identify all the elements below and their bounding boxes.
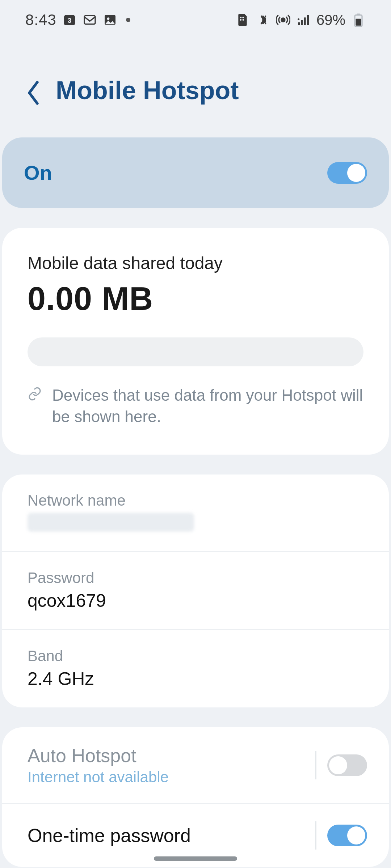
- usage-value: 0.00 MB: [28, 280, 363, 318]
- svg-rect-11: [301, 20, 303, 25]
- hotspot-master-toggle-row[interactable]: On: [2, 137, 389, 208]
- battery-icon: [351, 13, 366, 27]
- network-name-row[interactable]: Network name: [2, 475, 389, 552]
- hotspot-toggle-switch[interactable]: [327, 162, 367, 184]
- hotspot-icon: [276, 13, 290, 27]
- auto-hotspot-subtitle: Internet not available: [28, 769, 169, 786]
- svg-point-6: [242, 17, 244, 18]
- more-notifications-dot-icon: [126, 18, 130, 22]
- svg-text:3: 3: [68, 17, 71, 24]
- calendar-icon: 3: [62, 13, 77, 27]
- header: Mobile Hotspot: [0, 40, 391, 137]
- hotspot-options-card: Auto Hotspot Internet not available One-…: [2, 727, 389, 867]
- one-time-password-switch[interactable]: [327, 825, 367, 846]
- home-indicator[interactable]: [154, 856, 237, 861]
- gmail-icon: [83, 13, 97, 27]
- network-name-label: Network name: [28, 492, 363, 509]
- status-left: 8:43 3: [25, 11, 130, 29]
- page-title: Mobile Hotspot: [56, 76, 239, 105]
- auto-hotspot-row[interactable]: Auto Hotspot Internet not available: [2, 727, 389, 804]
- password-value: qcox1679: [28, 590, 363, 611]
- svg-rect-16: [357, 14, 360, 16]
- password-label: Password: [28, 569, 363, 587]
- svg-point-4: [107, 17, 109, 20]
- usage-label: Mobile data shared today: [28, 253, 363, 273]
- battery-percent: 69%: [316, 12, 345, 28]
- svg-point-9: [281, 18, 285, 22]
- svg-point-7: [240, 19, 241, 21]
- status-right: 69%: [235, 12, 366, 28]
- back-icon[interactable]: [25, 80, 41, 101]
- usage-progress-bar: [28, 337, 363, 366]
- vibrate-mute-icon: [256, 13, 270, 27]
- svg-rect-13: [307, 15, 309, 25]
- band-value: 2.4 GHz: [28, 668, 363, 689]
- svg-point-8: [242, 19, 244, 21]
- password-row[interactable]: Password qcox1679: [2, 552, 389, 630]
- auto-hotspot-title: Auto Hotspot: [28, 745, 169, 766]
- sim-icon: [235, 13, 250, 27]
- image-icon: [103, 13, 117, 27]
- network-name-value: [28, 513, 194, 532]
- one-time-password-title: One-time password: [28, 825, 191, 846]
- usage-note-row: Devices that use data from your Hotspot …: [28, 384, 363, 427]
- status-time: 8:43: [25, 11, 56, 29]
- data-usage-card: Mobile data shared today 0.00 MB Devices…: [2, 228, 389, 455]
- status-bar: 8:43 3 69%: [0, 0, 391, 40]
- band-row[interactable]: Band 2.4 GHz: [2, 630, 389, 707]
- svg-point-5: [240, 17, 241, 18]
- divider: [315, 821, 316, 850]
- usage-note: Devices that use data from your Hotspot …: [52, 384, 363, 427]
- svg-rect-12: [304, 17, 306, 25]
- svg-point-14: [298, 18, 299, 20]
- svg-rect-17: [356, 19, 361, 26]
- svg-rect-2: [84, 16, 95, 24]
- svg-rect-10: [298, 22, 300, 25]
- auto-hotspot-switch[interactable]: [327, 754, 367, 776]
- network-settings-card: Network name Password qcox1679 Band 2.4 …: [2, 475, 389, 707]
- signal-icon: [296, 13, 311, 27]
- hotspot-toggle-label: On: [24, 161, 52, 184]
- link-icon: [28, 387, 42, 401]
- divider: [315, 751, 316, 779]
- band-label: Band: [28, 647, 363, 665]
